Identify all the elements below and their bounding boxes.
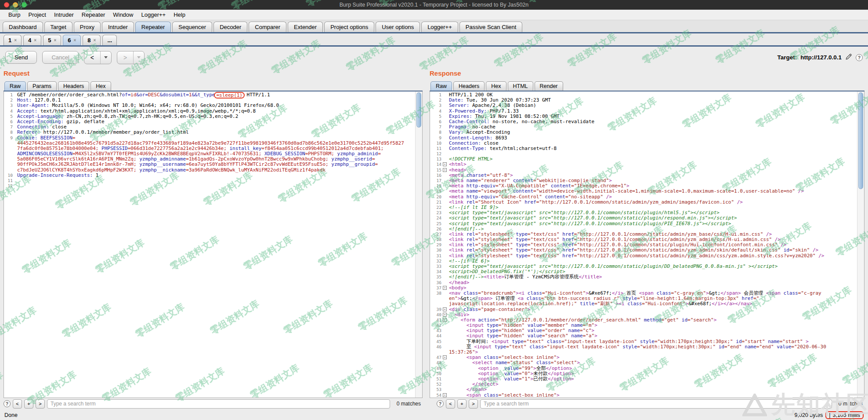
request-tab-raw[interactable]: Raw <box>4 81 26 91</box>
fold-collapse-icon[interactable]: - <box>443 355 447 359</box>
request-panel-title: Request <box>4 68 423 80</box>
code-line: 46 至 <input type="text" class="input-tex… <box>430 344 857 350</box>
response-tab-render[interactable]: Render <box>535 81 563 91</box>
close-tab-icon[interactable]: × <box>14 38 17 43</box>
tab-extender[interactable]: Extender <box>288 22 323 32</box>
search-help-icon[interactable]: ? <box>4 400 11 407</box>
tab-label: 5 <box>48 37 51 44</box>
search-options-button[interactable]: + <box>457 399 467 409</box>
tab-comparer[interactable]: Comparer <box>249 22 286 32</box>
edit-target-icon[interactable] <box>845 53 852 62</box>
fold-collapse-icon[interactable]: - <box>443 168 447 172</box>
request-tab-headers[interactable]: Headers <box>58 81 89 91</box>
code-line: 14-<html> <box>430 162 857 167</box>
request-raw-text[interactable]: 1GET /member/order/order_search.html?of=… <box>4 91 415 398</box>
tab-dashboard[interactable]: Dashboard <box>3 22 43 32</box>
tab-label: Decoder <box>220 24 241 30</box>
prev-request-split-button[interactable]: < <box>84 51 112 64</box>
search-options-button[interactable]: + <box>24 399 33 409</box>
code-line: 52 </select> <box>430 382 857 387</box>
response-tab-headers[interactable]: Headers <box>453 81 485 91</box>
request-search-matches: 0 matches <box>392 401 423 407</box>
close-tab-icon[interactable]: × <box>34 38 36 43</box>
menu-item-intruder[interactable]: Intruder <box>50 11 78 19</box>
response-editor: 1HTTP/1.1 200 OK2Date: Tue, 30 Jun 2020 … <box>430 91 864 398</box>
next-request-split-button[interactable]: > <box>117 51 145 64</box>
tab-label: Burp <box>8 11 20 18</box>
request-scrollbar[interactable] <box>415 91 422 398</box>
tab-label: 4 <box>28 37 31 44</box>
repeater-tab-8[interactable]: 8× <box>83 35 101 45</box>
tab-sequencer[interactable]: Sequencer <box>172 22 212 32</box>
help-icon[interactable]: ? <box>856 54 863 61</box>
panel-divider[interactable] <box>423 68 430 398</box>
tab-decoder[interactable]: Decoder <box>213 22 247 32</box>
cancel-button[interactable]: Cancel <box>42 51 78 64</box>
menu-item-burp[interactable]: Burp <box>4 11 24 19</box>
response-tab-raw[interactable]: Raw <box>430 81 452 91</box>
prev-request-button[interactable]: < <box>84 51 100 64</box>
repeater-tab-5[interactable]: 5× <box>43 35 61 45</box>
response-scrollbar[interactable] <box>857 91 864 398</box>
code-line: 54- <span class="select-box inline"> <box>430 393 857 398</box>
request-scrollbar-thumb[interactable] <box>416 92 421 128</box>
next-request-button[interactable]: > <box>117 51 133 64</box>
window-title: Burp Suite Professional v2020.1 - Tempor… <box>0 2 868 8</box>
fold-collapse-icon[interactable]: - <box>443 393 447 397</box>
tab-user-options[interactable]: User options <box>376 22 420 32</box>
close-tab-icon[interactable]: × <box>94 38 96 43</box>
tab-label: Target <box>51 24 66 30</box>
menu-item-repeater[interactable]: Repeater <box>78 11 109 19</box>
menu-item-window[interactable]: Window <box>109 11 137 19</box>
response-panel: Response RawHeadersHexHTMLRender 1HTTP/1… <box>430 68 864 398</box>
tab-intruder[interactable]: Intruder <box>102 22 134 32</box>
next-request-dropdown[interactable] <box>133 51 144 64</box>
tab-passive-scan-client[interactable]: Passive Scan Client <box>459 22 523 32</box>
code-line: 31<link rel="stylesheet" type="text/css"… <box>430 253 857 259</box>
search-prev-button[interactable]: < <box>13 399 22 409</box>
menu-item-project[interactable]: Project <box>24 11 50 19</box>
fold-collapse-icon[interactable]: - <box>443 307 447 311</box>
tab-target[interactable]: Target <box>44 22 72 32</box>
response-tab-html[interactable]: HTML <box>508 81 533 91</box>
request-tab-hex[interactable]: Hex <box>90 81 111 91</box>
request-search-input[interactable] <box>47 399 390 409</box>
tab-label: Hex <box>96 83 105 89</box>
menu-item-help[interactable]: Help <box>170 11 189 19</box>
response-search-input[interactable] <box>480 399 832 409</box>
search-help-icon[interactable]: ? <box>437 400 444 407</box>
tab-repeater[interactable]: Repeater <box>135 22 171 32</box>
close-tab-icon[interactable]: × <box>54 38 56 43</box>
request-search-bar: ? < + > 0 matches <box>4 398 423 409</box>
response-search-bar: ? < + > 0 matches <box>437 398 864 409</box>
tab-label: Raw <box>10 83 21 89</box>
close-tab-icon[interactable]: × <box>73 38 76 43</box>
tab-logger[interactable]: Logger++ <box>421 22 458 32</box>
search-next-button[interactable]: > <box>469 399 478 409</box>
response-raw-text[interactable]: 1HTTP/1.1 200 OK2Date: Tue, 30 Jun 2020 … <box>430 91 857 398</box>
menu-item-logger[interactable]: Logger++ <box>137 11 170 19</box>
response-scrollbar-thumb[interactable] <box>858 92 863 189</box>
request-panel: Request RawParamsHeadersHex 1GET /member… <box>4 68 423 398</box>
response-search-matches: 0 matches <box>834 401 864 407</box>
tab-proxy[interactable]: Proxy <box>74 22 101 32</box>
tab-project-options[interactable]: Project options <box>324 22 374 32</box>
search-prev-button[interactable]: < <box>446 399 455 409</box>
fold-collapse-icon[interactable]: - <box>443 318 447 322</box>
request-tab-params[interactable]: Params <box>27 81 57 91</box>
fold-collapse-icon[interactable]: - <box>443 162 447 166</box>
fold-collapse-icon[interactable]: - <box>443 286 447 290</box>
repeater-tab-1[interactable]: 1× <box>4 35 22 45</box>
repeater-tab-4[interactable]: 4× <box>23 35 41 45</box>
prev-request-dropdown[interactable] <box>100 51 111 64</box>
repeater-tab-more[interactable]: ... <box>102 35 117 45</box>
tab-label: Passive Scan Client <box>466 24 517 30</box>
send-button[interactable]: Send <box>5 51 37 64</box>
response-tab-hex[interactable]: Hex <box>486 81 506 91</box>
fold-collapse-icon[interactable]: - <box>443 313 447 317</box>
repeater-panels: Request RawParamsHeadersHex 1GET /member… <box>4 68 864 398</box>
response-editor-tabs: RawHeadersHexHTMLRender <box>430 80 864 91</box>
repeater-tab-6[interactable]: 6× <box>63 35 81 45</box>
target-value: http://127.0.0.1 <box>800 54 842 61</box>
search-next-button[interactable]: > <box>36 399 45 409</box>
